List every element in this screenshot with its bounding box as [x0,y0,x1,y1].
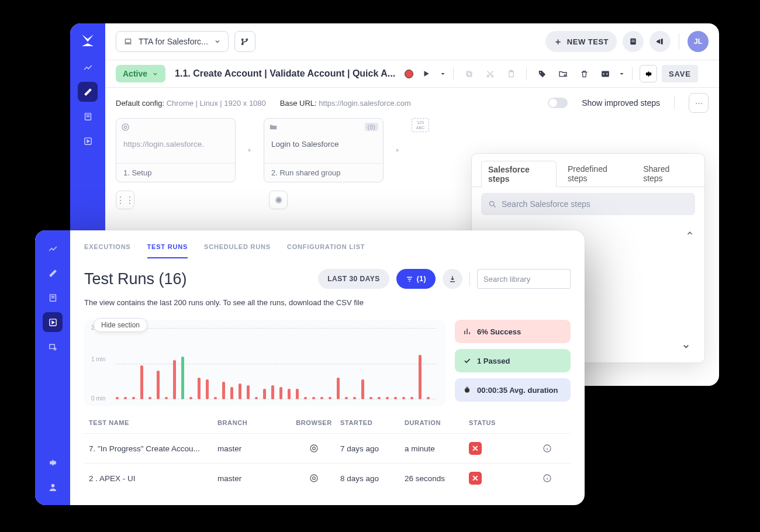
chart-bar [279,387,282,399]
chart-bar [288,389,291,399]
tab-config-list[interactable]: CONFIGURATION LIST [287,243,365,258]
chart-bar [255,397,258,399]
delete-button[interactable] [576,65,592,82]
folder-plus-icon [558,69,568,78]
test-title: 1.1. Create Account | Validate Account |… [175,68,395,79]
paste-icon [507,70,516,78]
chevron-up-icon [686,229,694,237]
filter-chip[interactable]: (1) [396,269,436,289]
nav-config[interactable] [43,337,63,357]
save-button[interactable]: SAVE [662,65,698,82]
tab-test-runs[interactable]: TEST RUNS [147,243,188,258]
new-test-button[interactable]: ＋NEW TEST [545,31,617,52]
chart-bar [312,397,315,399]
svg-point-4 [246,39,248,40]
chrome-icon [309,474,319,483]
status-fail-badge: ✕ [469,472,482,485]
cut-button[interactable] [482,65,498,82]
add-folder-button[interactable] [555,65,571,82]
panel-expand[interactable] [678,338,694,354]
chart-bar [304,397,307,399]
bars-icon [463,327,471,336]
nav-dashboard[interactable] [43,239,63,258]
toolbar: Active 1.1. Create Account | Validate Ac… [105,60,719,88]
code-options[interactable] [618,65,625,82]
code-button[interactable] [597,65,613,82]
table-row[interactable]: 2 . APEX - UImaster8 days ago26 seconds✕ [84,463,571,493]
chart-bar [198,378,201,399]
play-options[interactable] [439,65,446,82]
svg-point-26 [313,447,316,450]
user-avatar[interactable]: JL [688,31,709,52]
tab-shared-steps[interactable]: Shared steps [637,161,695,187]
clipboard-badge: (8) [365,123,378,131]
project-selector[interactable]: TTA for Salesforc... [116,31,229,52]
tab-scheduled-runs[interactable]: SCHEDULED RUNS [204,243,271,258]
toggle-label: Show improved steps [582,98,660,108]
settings-button[interactable] [640,65,657,82]
announce-button[interactable] [650,31,671,52]
nav-docs[interactable] [78,106,98,126]
more-options[interactable]: ⋯ [689,93,709,113]
info-icon[interactable] [543,444,552,453]
svg-point-18 [490,201,495,206]
play-icon [422,70,430,78]
download-button[interactable] [443,269,462,289]
table-header: TEST NAME BRANCH BROWSER STARTED DURATIO… [84,406,571,433]
step-card[interactable]: (8) Login to Salesforce 2. Run shared gr… [264,118,384,182]
panel-search[interactable]: Search Salesforce steps [481,193,695,215]
chart-bar [124,397,127,399]
tab-salesforce-steps[interactable]: Salesforce steps [481,161,557,188]
play-button[interactable] [418,65,434,82]
table-row[interactable]: 7. "In Progress" Create Accou...master7 … [84,433,571,463]
chrome-icon [121,123,130,132]
step-card[interactable]: https://login.salesforce. 1. Setup [116,118,236,182]
branch-icon [240,37,249,46]
folder-icon [269,123,278,132]
page-heading: Test Runs (16) [84,270,187,288]
nav-runs[interactable] [43,312,63,332]
tab-predefined-steps[interactable]: Predefined steps [561,161,632,187]
docs-button[interactable] [623,31,644,52]
sun-step[interactable]: ✺ [269,191,288,209]
nav-editor[interactable] [78,82,98,102]
nav-dashboard[interactable] [78,57,98,77]
chart-bar [173,360,176,399]
svg-point-12 [491,75,493,77]
megaphone-icon [655,37,665,46]
nav-docs[interactable] [43,288,63,308]
runs-tabs: EXECUTIONS TEST RUNS SCHEDULED RUNS CONF… [84,243,571,258]
hide-section-tooltip[interactable]: Hide section [94,318,147,332]
chart-bar [263,389,266,399]
nav-runs[interactable] [78,131,98,151]
library-search[interactable]: Search library [477,269,571,289]
chart-bar [337,378,340,399]
record-icon[interactable] [405,70,413,78]
text-step-placeholder[interactable]: 123ABC [412,118,429,132]
chart-bar [206,379,209,399]
doc-icon [628,37,638,46]
drag-step[interactable]: ⋮⋮ [116,191,134,209]
clock-icon [463,386,471,394]
date-range-chip[interactable]: LAST 30 DAYS [318,269,389,289]
svg-point-25 [310,445,317,452]
tag-button[interactable] [534,65,550,82]
chart-bar [329,397,331,399]
nav-editor[interactable] [43,263,63,283]
status-fail-badge: ✕ [469,442,482,455]
branch-button[interactable] [234,31,255,52]
paste-button[interactable] [503,65,519,82]
project-label: TTA for Salesforc... [139,37,208,46]
copy-button[interactable] [461,65,477,82]
improved-steps-toggle[interactable] [548,98,568,108]
nav-user[interactable] [43,477,63,497]
info-icon[interactable] [543,474,552,483]
status-dropdown[interactable]: Active [116,65,165,82]
chart-bar [353,397,356,399]
filter-icon [406,275,413,283]
nav-settings[interactable] [43,452,63,472]
chevron-down-icon [152,71,158,77]
stat-passed: 1 Passed [455,349,571,372]
chart-bar [271,385,274,399]
tab-executions[interactable]: EXECUTIONS [84,243,131,258]
